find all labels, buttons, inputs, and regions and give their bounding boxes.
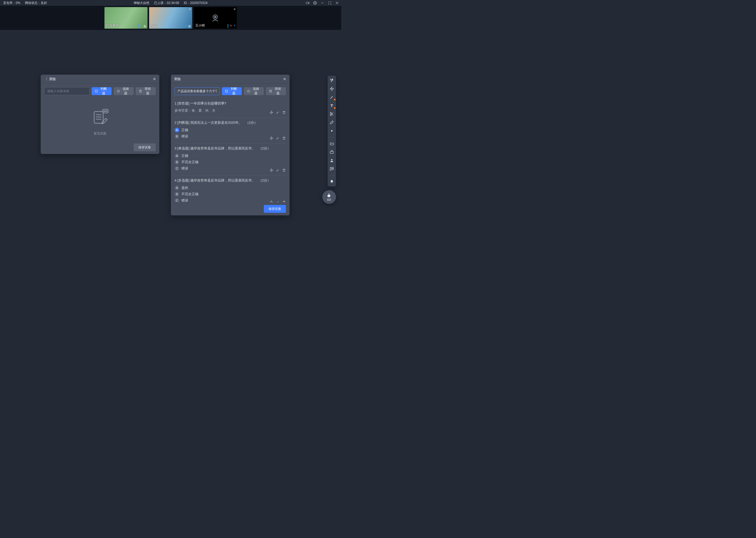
close-window-icon[interactable]	[335, 1, 339, 5]
svg-point-36	[331, 130, 332, 131]
mic-icon	[140, 24, 143, 28]
option-row[interactable]: B不完全正确	[174, 192, 286, 196]
folder-icon[interactable]	[329, 141, 334, 146]
move-question-icon[interactable]	[269, 168, 273, 173]
course-title: 神秘大自然	[134, 1, 149, 5]
option-key: C	[174, 198, 179, 202]
tile-close-icon[interactable]: ✕	[233, 8, 236, 11]
fullscreen-icon[interactable]	[328, 1, 332, 5]
question-item: 1 [简答题] 一年四季分别是哪四季?参考答案：春、夏、秋、冬	[174, 99, 286, 118]
question-title: 3 [单选题] 施华洛世奇是反华品牌，所以梁鼎琪反华。 （2分）	[174, 146, 286, 151]
option-row[interactable]: A正确	[174, 128, 286, 133]
minimize-icon[interactable]	[320, 1, 324, 5]
scissors-icon[interactable]	[329, 111, 334, 117]
close-panel-icon[interactable]: ✕	[153, 77, 156, 81]
move-icon[interactable]	[329, 86, 334, 91]
question-actions	[269, 111, 286, 115]
add-short-button[interactable]: 简答题	[136, 87, 156, 95]
option-label: 不完全正确	[181, 160, 199, 164]
participant-name: 叮当老师	[106, 24, 118, 28]
bell-icon[interactable]	[329, 179, 334, 185]
svg-point-10	[189, 26, 190, 27]
option-label: 正确	[181, 154, 188, 158]
video-tile[interactable]: ✕ 王小明	[194, 7, 237, 28]
svg-point-1	[314, 2, 315, 3]
option-row[interactable]: B不完全正确	[174, 160, 286, 164]
edit-question-icon[interactable]	[276, 200, 280, 202]
svg-point-7	[145, 26, 145, 27]
svg-point-26	[107, 111, 107, 112]
question-title: 1 [简答题] 一年四季分别是哪四季?	[174, 101, 286, 106]
option-key: B	[174, 192, 179, 196]
question-title: 2 [判断题] 我国宪法上一次更新是在2020年。 （2分）	[174, 121, 286, 125]
chat-icon[interactable]	[329, 166, 334, 172]
option-row[interactable]: C错误	[174, 198, 286, 202]
question-actions	[269, 168, 286, 173]
elapsed-time: 已上课：02:34:09	[154, 1, 179, 5]
add-judge-button[interactable]: 判断题	[222, 87, 242, 95]
person-icon[interactable]	[329, 158, 334, 163]
option-key: A	[174, 128, 179, 133]
edit-question-icon[interactable]	[276, 136, 280, 141]
option-row[interactable]: B错误	[174, 134, 286, 139]
mic-muted-icon	[230, 24, 232, 28]
option-key: A	[174, 153, 179, 158]
svg-point-32	[330, 112, 331, 114]
add-choice-button[interactable]: 选择题	[244, 87, 264, 95]
signal-icon	[228, 24, 228, 28]
settings-icon[interactable]	[313, 1, 317, 5]
move-question-icon[interactable]	[269, 200, 273, 202]
move-question-icon[interactable]	[269, 111, 273, 115]
add-choice-button[interactable]: 选择题	[114, 87, 134, 95]
video-tile[interactable]: 叮当老师	[105, 7, 148, 28]
svg-point-38	[331, 159, 332, 161]
svg-point-39	[331, 168, 331, 169]
pen-icon[interactable]	[329, 94, 334, 100]
session-id: ID：2020070324	[184, 1, 208, 5]
add-judge-button[interactable]: 判断题	[92, 87, 112, 95]
separator	[329, 137, 334, 137]
svg-point-41	[333, 168, 333, 169]
quiz-name-input[interactable]	[44, 87, 89, 95]
toolbox-icon[interactable]	[329, 149, 334, 155]
raise-hand-button[interactable]: 0/2	[322, 190, 336, 204]
video-tile[interactable]: ✕ Nina	[149, 7, 192, 28]
cursor-star-icon[interactable]	[329, 78, 334, 83]
question-item: 3 [单选题] 施华洛世奇是反华品牌，所以梁鼎琪反华。 （2分）A正确B不完全正…	[174, 144, 286, 176]
option-key: B	[174, 160, 179, 164]
option-row[interactable]: A是的	[174, 186, 286, 190]
option-row[interactable]: A正确	[174, 153, 286, 158]
close-panel-icon[interactable]: ✕	[283, 77, 286, 81]
network-status: 网络状态：良好	[25, 1, 47, 5]
badge-icon	[188, 25, 191, 28]
badge-icon	[143, 25, 147, 28]
delete-question-icon[interactable]	[282, 111, 286, 115]
camera-toggle-icon[interactable]	[306, 1, 310, 5]
question-title: 4 [多选题] 施华洛世奇是反华品牌，所以梁鼎琪反华。 （2分）	[174, 178, 286, 183]
svg-point-25	[105, 111, 106, 112]
separator	[329, 175, 334, 176]
tile-close-icon[interactable]: ✕	[189, 8, 191, 11]
text-icon[interactable]	[329, 103, 334, 108]
panel-title: 测验	[49, 77, 56, 81]
option-key: B	[174, 134, 179, 139]
mic-icon	[185, 24, 187, 28]
panel-title: 测验	[174, 77, 181, 81]
delete-question-icon[interactable]	[282, 200, 286, 202]
delete-question-icon[interactable]	[282, 168, 286, 173]
eraser-icon[interactable]	[329, 120, 334, 125]
quiz-panel-empty: 〈测验 ✕ 判断题 选择题 简答题 暂无试题 保存试卷	[41, 75, 159, 154]
edit-question-icon[interactable]	[276, 168, 280, 173]
brightness-icon[interactable]	[329, 128, 334, 134]
delete-question-icon[interactable]	[282, 136, 286, 141]
quiz-name-input[interactable]	[174, 87, 220, 95]
save-quiz-button[interactable]: 保存试卷	[264, 205, 286, 213]
move-question-icon[interactable]	[269, 136, 273, 141]
add-short-button[interactable]: 简答题	[266, 87, 286, 95]
back-icon[interactable]: 〈	[44, 77, 48, 81]
right-toolbar	[328, 76, 336, 187]
edit-question-icon[interactable]	[276, 111, 280, 115]
option-key: C	[174, 166, 179, 171]
save-quiz-button[interactable]: 保存试卷	[134, 143, 156, 151]
option-row[interactable]: C错误	[174, 166, 286, 171]
